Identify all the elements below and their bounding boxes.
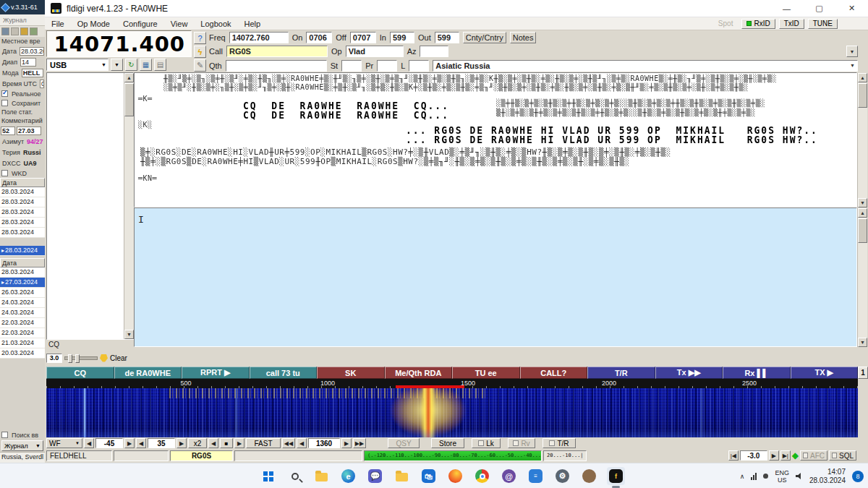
callsign-input[interactable]: RG0S [226,46,328,57]
mode-dropdown-button[interactable]: ▼ [111,59,123,71]
slider-handle[interactable] [68,354,72,363]
freq-fast-up-icon[interactable]: ▶▶ [353,438,366,448]
quassel-icon[interactable]: @ [500,467,518,485]
vfo-frequency-display[interactable]: 14071.400 [46,30,192,57]
shift-right-icon[interactable]: ▶ [234,438,244,448]
network-icon[interactable] [751,472,757,480]
list-item[interactable]: 28.03.2024 [0,228,45,238]
lock-toggle[interactable]: Lk [472,438,501,448]
close-button[interactable]: ✕ [835,0,868,17]
menu-help[interactable]: Help [238,20,268,28]
wkd-checkbox[interactable] [1,170,8,176]
list-item-selected[interactable]: 27.03.2024 [0,278,45,288]
band-input[interactable]: 14 [20,58,36,67]
macro-de-call-button[interactable]: de RA0WHE [114,367,182,379]
lower-decrease-icon[interactable]: ◀ [84,438,94,448]
zoom-button[interactable]: x2 [188,438,207,448]
azimuth-input[interactable] [420,46,448,57]
fldigi-taskbar-icon[interactable]: f [607,467,625,485]
save-icon[interactable]: ▤ [154,59,166,71]
operator-input[interactable]: Vlad [346,46,404,57]
spot-button[interactable]: Spot [713,19,739,29]
list1-header[interactable]: Дата [0,178,45,187]
macro-call-73-tu-button[interactable]: call 73 tu [250,367,318,379]
status-mode[interactable]: FELDHELL [46,450,112,461]
tx-rx-toggle[interactable]: T/R [542,438,576,448]
teams-chat-icon[interactable]: 💬 [366,467,384,485]
list-item[interactable]: 21.03.2024 [0,338,45,348]
menu-file[interactable]: File [45,20,71,28]
rx-scrollbar[interactable]: ▲ ▼ [857,73,867,207]
wf-center-frequency[interactable]: 1360 [308,438,340,448]
search-checkbox[interactable] [1,432,8,438]
realtime-checkbox[interactable] [1,90,8,97]
range-increase-icon[interactable]: ▶ [176,438,187,448]
list-app-icon[interactable]: ≡ [527,467,545,485]
afc-offset-value[interactable]: -3.0 [740,450,767,461]
squelch-slider[interactable] [64,356,98,360]
menu-opmode[interactable]: Op Mode [71,20,116,28]
macro-tu-ee-button[interactable]: TU ee [452,367,520,379]
maximize-button[interactable]: ▢ [803,0,835,17]
wf-range-value[interactable]: 35 [148,438,175,448]
afc-step-down-icon[interactable]: |◀ [728,450,739,461]
microphone-icon[interactable] [763,474,768,479]
list-item[interactable]: 28.03.2024 [0,197,45,207]
afc-toggle[interactable]: AFC [800,450,827,461]
toolbar-edit-icon[interactable] [11,27,19,35]
rst-out-input[interactable]: 599 [435,32,459,43]
scrollbar-thumb[interactable] [124,83,134,116]
freq-down-icon[interactable]: ◀ [297,438,307,448]
county-country-button[interactable]: Cnty/Cntry [463,32,506,43]
slider-handle[interactable] [75,354,80,363]
toolbar-bell-icon[interactable] [20,27,28,35]
stop-scroll-button[interactable]: ■ [220,438,233,448]
scroll-down-icon[interactable]: ▼ [858,198,867,207]
tune-button[interactable]: TUNE [808,19,838,29]
info-button[interactable]: ? [194,32,206,44]
settings-gear-icon[interactable]: ⚙ [553,467,571,485]
menu-logbook[interactable]: Logbook [194,20,237,28]
chrome-icon[interactable] [473,467,491,485]
signal-browser-list[interactable] [46,72,134,340]
notification-badge[interactable]: 8 [852,471,864,482]
wf-speed-button[interactable]: FAST [246,438,281,448]
time-off-input[interactable]: 0707 [350,32,376,43]
minimize-button[interactable]: — [770,0,803,17]
macro-call-query-button[interactable]: CALL? [520,367,588,379]
afc-step-up-icon[interactable]: ▶ [769,450,779,461]
province-input[interactable] [377,60,397,72]
tray-expand-chevron-icon[interactable]: ∧ [740,473,745,480]
search-button[interactable] [286,467,304,485]
transmit-pane[interactable]: I [134,207,857,347]
sql-toggle[interactable]: SQL [829,450,856,461]
list-item[interactable]: 20.03.2024 [0,348,45,359]
country-combo[interactable]: Asiatic Russia ▼ [433,60,858,72]
list-item[interactable]: 22.03.2024 [0,318,45,328]
broom-clear-icon[interactable] [100,354,108,362]
refresh-icon[interactable]: ↻ [125,59,137,71]
macro-me-qth-rda-button[interactable]: Me/Qth RDA [385,367,453,379]
edge-browser-icon[interactable]: e [339,467,357,485]
fldigi-titlebar[interactable]: fldigi ver4.1.23 - RA0WHE — ▢ ✕ [45,0,868,17]
macro-rx-button[interactable]: Rx ▌▌ [723,367,791,379]
grid-icon[interactable]: ▦ [140,59,152,71]
list-item[interactable]: 24.03.2024 [0,308,45,318]
waterfall-frequency-scale[interactable]: 500 1000 1500 2000 2500 [46,379,858,388]
range-decrease-icon[interactable]: ◀ [136,438,146,448]
mode-input[interactable]: HELL [22,69,43,77]
pen-button[interactable]: ✎ [194,59,206,72]
menu-configure[interactable]: Configure [116,20,164,28]
locator-input[interactable] [409,60,429,72]
folder-icon[interactable] [393,467,411,485]
toolbar-save-icon[interactable] [1,27,9,35]
list-item[interactable]: 28.03.2024 [0,218,45,228]
afc-step-end-icon[interactable]: ▶| [780,450,791,461]
macro-tr-button[interactable]: T/R [587,367,655,379]
macro-rprt-button[interactable]: RPRT ▶ [182,367,250,379]
rig-mode-combo[interactable]: USB ▼ [46,59,109,71]
list2-header[interactable]: Дата [0,258,45,267]
tray-clock[interactable]: 14:07 28.03.2024 [809,468,846,485]
freq-up-icon[interactable]: ▶ [341,438,352,448]
speaker-icon[interactable] [796,473,803,480]
